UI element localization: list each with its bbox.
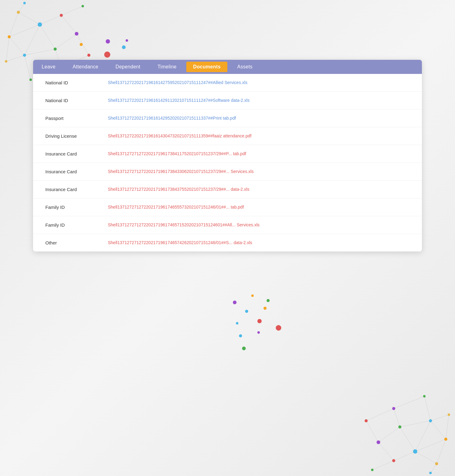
doc-type-cell: Insurance Card — [33, 163, 100, 181]
svg-line-15 — [6, 37, 9, 61]
svg-line-4 — [40, 25, 55, 49]
decorative-dot — [245, 310, 248, 313]
doc-link[interactable]: Shell13712722021719616143047320210715111… — [108, 133, 252, 138]
svg-point-60 — [423, 395, 426, 397]
doc-link[interactable]: Shell13712727127220217196174657152020210… — [108, 222, 260, 227]
svg-line-13 — [25, 55, 31, 80]
svg-line-39 — [400, 421, 430, 427]
svg-point-62 — [429, 472, 432, 474]
svg-line-7 — [25, 49, 55, 55]
decorative-dot — [80, 43, 83, 46]
svg-line-45 — [424, 396, 430, 421]
svg-line-9 — [25, 25, 40, 55]
svg-point-53 — [392, 459, 395, 462]
doc-filename-cell[interactable]: Shell13712727127220217196174657426202107… — [100, 234, 422, 252]
svg-line-50 — [372, 461, 394, 470]
svg-line-34 — [378, 442, 394, 461]
doc-filename-cell[interactable]: Shell13712722021719616142911202107151111… — [100, 92, 422, 109]
decorative-dot — [257, 331, 260, 334]
doc-link[interactable]: Shell13712727127220217196173843306202107… — [108, 169, 254, 174]
svg-point-23 — [54, 48, 57, 51]
tabs-header: Leave Attendance Dependent Timeline Docu… — [33, 60, 422, 74]
documents-table: National IDShell137127220217196161427595… — [33, 74, 422, 251]
doc-filename-cell[interactable]: Shell13712722021719616143047320210715111… — [100, 127, 422, 145]
doc-link[interactable]: Shell13712722021719616142759520210715111… — [108, 80, 247, 85]
svg-point-54 — [377, 440, 380, 444]
doc-link[interactable]: Shell13712727127220217196173843755202107… — [108, 187, 249, 192]
decorative-dot — [236, 322, 238, 324]
svg-point-21 — [60, 14, 63, 17]
tab-documents[interactable]: Documents — [186, 62, 227, 72]
svg-line-41 — [415, 421, 430, 451]
svg-point-61 — [448, 413, 450, 416]
decorative-dot — [267, 299, 270, 302]
doc-link[interactable]: Shell13712727127220217196174657426202107… — [108, 240, 252, 245]
table-row: National IDShell137127220217196161427595… — [33, 74, 422, 92]
svg-line-46 — [394, 396, 424, 409]
decorative-dot — [257, 319, 262, 323]
doc-type-cell: Insurance Card — [33, 181, 100, 198]
doc-link[interactable]: Shell13712722021719616142911202107151111… — [108, 98, 249, 103]
doc-filename-cell[interactable]: Shell13712727127220217196173843306202107… — [100, 163, 422, 181]
svg-line-48 — [430, 415, 449, 421]
doc-type-cell: Passport — [33, 109, 100, 127]
svg-line-49 — [430, 464, 437, 473]
doc-filename-cell[interactable]: Shell13712727127220217196174655573202107… — [100, 198, 422, 216]
doc-type-cell: Insurance Card — [33, 145, 100, 163]
decorative-dot — [233, 301, 237, 304]
decorative-dot — [122, 45, 126, 49]
svg-line-47 — [446, 415, 449, 439]
svg-point-56 — [444, 438, 447, 441]
svg-point-26 — [87, 54, 90, 57]
decorative-dot — [239, 334, 242, 337]
svg-line-5 — [9, 12, 18, 37]
tab-leave[interactable]: Leave — [33, 60, 64, 74]
doc-type-cell: Driving License — [33, 127, 100, 145]
doc-link[interactable]: Shell13712727127220217196174655573202107… — [108, 205, 244, 209]
svg-point-22 — [75, 32, 78, 36]
doc-filename-cell[interactable]: Shell13712722021719616142952020210715111… — [100, 109, 422, 127]
svg-line-42 — [366, 421, 378, 442]
doc-filename-cell[interactable]: Shell13712722021719616142759520210715111… — [100, 74, 422, 92]
decorative-dot — [104, 52, 110, 58]
table-row: OtherShell137127271272202171961746574262… — [33, 234, 422, 252]
doc-filename-cell[interactable]: Shell13712727127220217196174657152020210… — [100, 216, 422, 234]
svg-line-38 — [430, 421, 446, 439]
svg-line-16 — [6, 55, 25, 61]
svg-line-6 — [9, 37, 25, 55]
doc-link[interactable]: Shell13712727127220217196173841175202107… — [108, 151, 246, 156]
svg-line-40 — [415, 439, 446, 451]
svg-point-31 — [82, 5, 84, 7]
doc-type-cell: Family ID — [33, 216, 100, 234]
doc-filename-cell[interactable]: Shell13712727127220217196173843755202107… — [100, 181, 422, 198]
tab-assets[interactable]: Assets — [229, 60, 261, 74]
svg-line-2 — [61, 15, 77, 34]
svg-point-20 — [38, 22, 42, 27]
svg-point-63 — [371, 469, 373, 471]
tab-timeline[interactable]: Timeline — [149, 60, 185, 74]
tab-attendance[interactable]: Attendance — [64, 60, 107, 74]
table-row: Family IDShell13712727127220217196174657… — [33, 216, 422, 234]
svg-line-8 — [9, 25, 40, 37]
tab-dependent[interactable]: Dependent — [107, 60, 149, 74]
table-row: PassportShell137127220217196161429520202… — [33, 109, 422, 127]
svg-point-51 — [435, 462, 438, 465]
svg-point-55 — [398, 425, 401, 428]
decorative-dot — [251, 294, 254, 297]
decorative-dot — [242, 347, 246, 350]
doc-link[interactable]: Shell13712722021719616142952020210715111… — [108, 116, 236, 121]
table-row: Driving LicenseShell13712722021719616143… — [33, 127, 422, 145]
doc-filename-cell[interactable]: Shell13712727127220217196173841175202107… — [100, 145, 422, 163]
svg-point-59 — [392, 407, 395, 410]
svg-point-30 — [23, 2, 26, 4]
table-row: National IDShell137127220217196161429112… — [33, 92, 422, 109]
svg-point-24 — [8, 35, 11, 38]
svg-line-32 — [415, 451, 437, 464]
svg-point-52 — [413, 449, 417, 454]
svg-line-18 — [61, 6, 83, 15]
svg-line-3 — [55, 34, 77, 49]
svg-line-17 — [18, 3, 25, 12]
table-row: Family IDShell13712727127220217196174655… — [33, 198, 422, 216]
svg-point-57 — [429, 419, 432, 422]
svg-point-29 — [5, 60, 7, 63]
